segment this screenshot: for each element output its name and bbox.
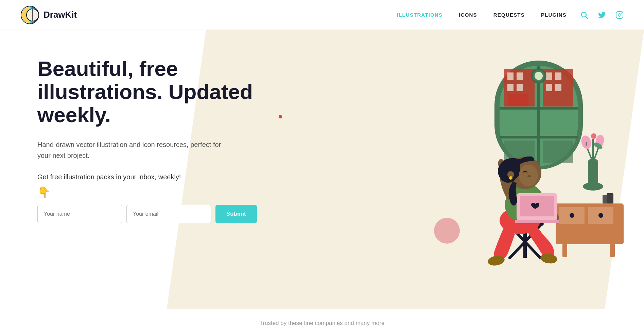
email-input[interactable] bbox=[126, 205, 211, 223]
hero-cta-text: Get free illustration packs in your inbo… bbox=[37, 173, 334, 181]
hero-left: Beautiful, free illustrations. Updated w… bbox=[0, 30, 354, 309]
svg-rect-24 bbox=[555, 84, 561, 91]
nav-plugins[interactable]: PLUGINS bbox=[541, 12, 567, 18]
signup-form: Submit bbox=[37, 205, 334, 223]
nav-requests[interactable]: REQUESTS bbox=[493, 12, 525, 18]
hero-title: Beautiful, free illustrations. Updated w… bbox=[37, 57, 268, 127]
search-icon bbox=[580, 11, 588, 19]
svg-rect-22 bbox=[555, 72, 561, 80]
svg-rect-60 bbox=[515, 220, 559, 223]
hero-right bbox=[354, 30, 644, 309]
search-button[interactable] bbox=[580, 11, 588, 19]
svg-rect-19 bbox=[508, 94, 528, 106]
twitter-button[interactable] bbox=[598, 11, 606, 19]
svg-rect-28 bbox=[543, 112, 573, 134]
nav-icons-area bbox=[580, 11, 624, 19]
svg-rect-17 bbox=[507, 84, 514, 91]
logo-icon bbox=[20, 5, 39, 24]
submit-button[interactable]: Submit bbox=[215, 205, 257, 223]
name-input[interactable] bbox=[37, 205, 122, 223]
svg-rect-48 bbox=[607, 193, 613, 203]
svg-line-4 bbox=[586, 16, 588, 18]
hero-subtitle: Hand-drawn vector illustration and icon … bbox=[37, 139, 228, 161]
svg-point-45 bbox=[598, 213, 603, 218]
red-dot-decoration bbox=[279, 115, 282, 118]
nav-links: ILLUSTRATIONS ICONS REQUESTS PLUGINS bbox=[397, 12, 567, 18]
svg-point-64 bbox=[509, 176, 512, 180]
svg-rect-46 bbox=[562, 244, 567, 257]
svg-point-39 bbox=[591, 133, 596, 139]
hero-illustration bbox=[420, 40, 630, 272]
trusted-text: Trusted by these fine companies and many… bbox=[260, 320, 385, 326]
hero-section: Beautiful, free illustrations. Updated w… bbox=[0, 30, 644, 309]
navbar: DrawKit ILLUSTRATIONS ICONS REQUESTS PLU… bbox=[0, 0, 644, 30]
svg-point-8 bbox=[434, 218, 460, 244]
svg-rect-49 bbox=[603, 195, 607, 203]
svg-point-26 bbox=[535, 72, 543, 80]
svg-rect-30 bbox=[543, 141, 573, 163]
twitter-icon bbox=[598, 11, 606, 19]
svg-rect-23 bbox=[546, 84, 552, 91]
svg-rect-21 bbox=[546, 72, 552, 80]
nav-illustrations[interactable]: ILLUSTRATIONS bbox=[397, 12, 442, 18]
svg-rect-47 bbox=[610, 244, 615, 257]
svg-point-6 bbox=[618, 14, 621, 16]
instagram-icon bbox=[615, 11, 624, 19]
footer-trusted: Trusted by these fine companies and many… bbox=[0, 309, 644, 328]
hand-pointer-icon: 👇 bbox=[37, 186, 334, 199]
svg-point-7 bbox=[621, 13, 622, 13]
svg-point-44 bbox=[570, 213, 574, 218]
brand-name: DrawKit bbox=[43, 10, 77, 20]
logo-area[interactable]: DrawKit bbox=[20, 5, 77, 24]
illustration-svg bbox=[420, 40, 630, 272]
svg-rect-18 bbox=[517, 84, 523, 91]
svg-point-65 bbox=[527, 175, 531, 177]
svg-rect-16 bbox=[517, 72, 523, 80]
svg-rect-15 bbox=[507, 72, 514, 80]
svg-rect-27 bbox=[504, 112, 535, 134]
svg-rect-5 bbox=[616, 12, 623, 18]
instagram-button[interactable] bbox=[615, 11, 624, 19]
svg-rect-32 bbox=[588, 159, 598, 186]
nav-icons[interactable]: ICONS bbox=[459, 12, 477, 18]
